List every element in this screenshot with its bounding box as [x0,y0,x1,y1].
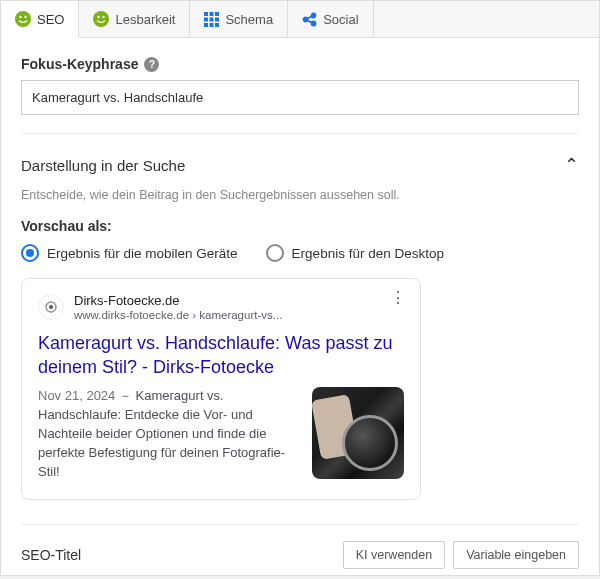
svg-rect-13 [210,23,214,27]
focus-keyphrase-label: Fokus-Keyphrase [21,56,138,72]
svg-point-4 [98,16,100,18]
svg-point-3 [93,11,109,27]
svg-point-2 [24,16,26,18]
tab-social[interactable]: Social [288,1,373,37]
insert-variable-button[interactable]: Variable eingeben [453,541,579,569]
serp-date-separator: － [115,388,135,403]
preview-mobile-option[interactable]: Ergebnis für die mobilen Geräte [21,244,238,262]
preview-mode-radiogroup: Ergebnis für die mobilen Geräte Ergebnis… [21,244,579,262]
tab-readability-label: Lesbarkeit [115,12,175,27]
radio-checked-icon [21,244,39,262]
svg-rect-7 [210,12,214,16]
svg-rect-14 [215,23,219,27]
preview-desktop-label: Ergebnis für den Desktop [292,246,444,261]
svg-rect-9 [204,17,208,21]
tab-seo-label: SEO [37,12,64,27]
svg-point-21 [49,305,53,309]
yoast-metabox: SEO Lesbarkeit Schema Social Fokus-Keyph… [0,0,600,576]
svg-rect-10 [210,17,214,21]
seo-title-label: SEO-Titel [21,547,81,563]
smiley-good-icon [93,11,109,27]
focus-keyphrase-input[interactable] [21,80,579,115]
serp-site-name: Dirks-Fotoecke.de [74,293,282,309]
tab-schema-label: Schema [225,12,273,27]
svg-line-19 [307,20,312,23]
tab-bar: SEO Lesbarkeit Schema Social [1,1,599,38]
serp-title: Kameragurt vs. Handschlaufe: Was passt z… [38,331,404,380]
svg-point-0 [15,11,31,27]
search-appearance-toggle[interactable]: Darstellung in der Suche ⌃ [21,148,579,188]
svg-point-1 [19,16,21,18]
grid-icon [204,12,219,27]
svg-rect-8 [215,12,219,16]
serp-preview-card: Dirks-Fotoecke.de www.dirks-fotoecke.de … [21,278,421,500]
svg-rect-12 [204,23,208,27]
search-appearance-title: Darstellung in der Suche [21,157,185,174]
preview-desktop-option[interactable]: Ergebnis für den Desktop [266,244,444,262]
more-menu-icon[interactable]: ⋮ [390,295,406,301]
radio-unchecked-icon [266,244,284,262]
smiley-good-icon [15,11,31,27]
preview-mobile-label: Ergebnis für die mobilen Geräte [47,246,238,261]
serp-thumbnail [312,387,404,479]
favicon-icon [38,294,64,320]
use-ai-button[interactable]: KI verwenden [343,541,445,569]
preview-as-label: Vorschau als: [21,218,579,234]
tab-readability[interactable]: Lesbarkeit [79,1,190,37]
svg-rect-11 [215,17,219,21]
svg-point-5 [103,16,105,18]
tab-schema[interactable]: Schema [190,1,288,37]
tab-social-label: Social [323,12,358,27]
serp-breadcrumb: www.dirks-fotoecke.de › kameragurt-vs... [74,309,282,321]
tab-seo[interactable]: SEO [1,1,79,38]
serp-date: Nov 21, 2024 [38,388,115,403]
search-appearance-description: Entscheide, wie dein Beitrag in den Such… [21,188,579,202]
serp-snippet: Nov 21, 2024 － Kameragurt vs. Handschlau… [38,387,300,481]
help-icon[interactable]: ? [144,57,159,72]
svg-line-18 [307,16,312,19]
svg-rect-6 [204,12,208,16]
share-icon [302,12,317,27]
chevron-up-icon: ⌃ [564,154,579,176]
